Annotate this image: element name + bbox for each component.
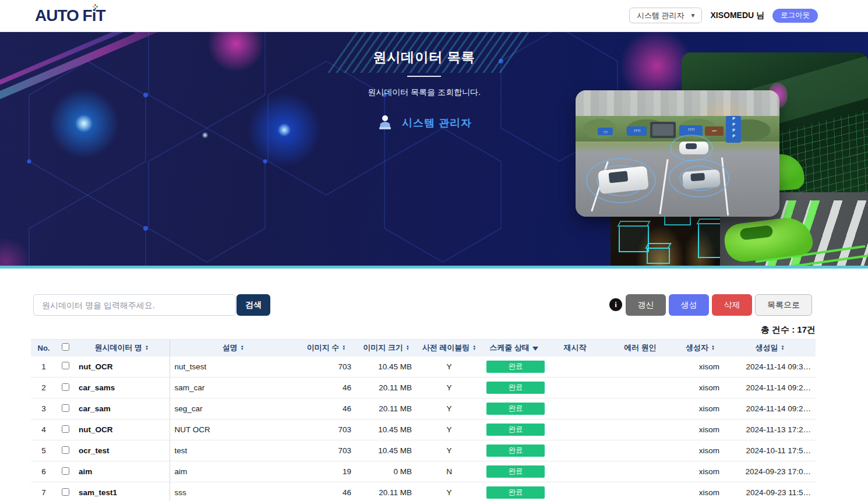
cell-created: 2024-09-23 11:5… <box>724 482 816 501</box>
column-header-prelabel[interactable]: 사전 레이블링▲▼ <box>417 340 482 357</box>
cell-no: 2 <box>31 377 57 398</box>
cell-error <box>604 419 676 440</box>
logout-button[interactable]: 로그아웃 <box>772 9 818 23</box>
hero-banner: ↑↑↑↑ ↑↑↑ ↑↑↑↑ ⌐⌐ PPPP 원시데이터 목록 원시데이터 목록을… <box>0 32 868 269</box>
row-checkbox[interactable] <box>62 488 69 496</box>
search-button[interactable]: 검색 <box>237 294 270 316</box>
cell-no: 5 <box>31 440 57 461</box>
table-row: 7sam_test1sss4620.11 MBY완료xisom2024-09-2… <box>31 482 816 501</box>
sort-icon[interactable]: ▲▼ <box>342 345 345 351</box>
cell-size: 10.45 MB <box>356 419 417 440</box>
cell-error <box>604 377 676 398</box>
cell-status: 완료 <box>482 482 546 501</box>
sort-icon[interactable]: ▲▼ <box>472 345 476 351</box>
create-button[interactable]: 생성 <box>669 294 709 316</box>
cell-error <box>604 461 676 482</box>
cell-desc: aim <box>170 461 297 482</box>
cell-name: aim <box>74 461 170 482</box>
sort-icon[interactable]: ▲▼ <box>241 345 244 351</box>
cell-desc: seg_car <box>170 398 297 419</box>
page-title: 원시데이터 목록 <box>324 48 524 66</box>
select-all-checkbox[interactable] <box>62 343 69 351</box>
cell-check <box>57 482 74 501</box>
cell-prelabel: Y <box>417 440 482 461</box>
column-header-created[interactable]: 생성일▲▼ <box>724 340 816 357</box>
column-label: 재시작 <box>564 343 587 353</box>
info-icon-button[interactable]: i <box>609 298 622 311</box>
status-badge: 완료 <box>486 424 545 436</box>
column-header-size[interactable]: 이미지 크기▲▼ <box>356 340 417 357</box>
table-row: 3car_samseg_car4620.11 MBY완료xisom2024-11… <box>31 398 816 419</box>
column-label: 생성일 <box>756 343 778 353</box>
column-header-desc[interactable]: 설명▲▼ <box>170 340 297 357</box>
raw-data-table: No.원시데이터 명▲▼설명▲▼이미지 수▲▼이미지 크기▲▼사전 레이블링▲▼… <box>31 339 816 501</box>
sort-icon[interactable]: ▲▼ <box>406 345 410 351</box>
column-header-no: No. <box>31 340 57 357</box>
cell-status: 완료 <box>482 398 546 419</box>
cell-no: 6 <box>31 461 57 482</box>
row-checkbox[interactable] <box>62 404 69 412</box>
column-header-creator[interactable]: 생성자▲▼ <box>676 340 724 357</box>
row-checkbox[interactable] <box>62 467 69 475</box>
row-checkbox[interactable] <box>62 383 69 391</box>
table-row: 2car_samssam_car4620.11 MBY완료xisom2024-1… <box>31 377 816 398</box>
row-checkbox[interactable] <box>62 446 69 454</box>
column-header-count[interactable]: 이미지 수▲▼ <box>297 340 356 357</box>
cell-no: 4 <box>31 419 57 440</box>
cell-status: 완료 <box>482 377 546 398</box>
column-label: 원시데이터 명 <box>94 343 142 353</box>
cell-status: 완료 <box>482 461 546 482</box>
column-label: 설명 <box>223 343 238 353</box>
page-subtitle: 원시데이터 목록을 조회합니다. <box>324 87 524 98</box>
row-checkbox[interactable] <box>62 425 69 433</box>
row-checkbox[interactable] <box>62 362 69 369</box>
refresh-button[interactable]: 갱신 <box>626 294 666 316</box>
cell-restart <box>546 440 604 461</box>
back-to-list-button[interactable]: 목록으로 <box>755 294 812 316</box>
column-header-restart: 재시작 <box>546 340 604 357</box>
column-header-check[interactable] <box>57 340 74 357</box>
sort-icon[interactable]: ▲▼ <box>711 345 715 351</box>
cell-created: 2024-11-14 09:2… <box>724 377 816 398</box>
filter-icon[interactable] <box>532 347 538 351</box>
cell-count: 703 <box>297 440 356 461</box>
table-row: 4nut_OCRNUT OCR70310.45 MBY완료xisom2024-1… <box>31 419 816 440</box>
cell-check <box>57 461 74 482</box>
collage-road-photo: ↑↑↑↑ ↑↑↑ ↑↑↑↑ ⌐⌐ PPPP <box>576 90 779 217</box>
column-header-name[interactable]: 원시데이터 명▲▼ <box>74 340 170 357</box>
column-label: 스케줄 상태 <box>489 343 530 353</box>
sort-icon[interactable]: ▲▼ <box>781 345 785 351</box>
cell-count: 703 <box>297 419 356 440</box>
app-logo[interactable]: AUTO FiT <box>35 6 105 25</box>
column-header-status[interactable]: 스케줄 상태 <box>482 340 546 357</box>
status-badge: 완료 <box>486 403 545 415</box>
cell-size: 10.45 MB <box>356 440 417 461</box>
cell-error <box>604 482 676 501</box>
delete-button[interactable]: 삭제 <box>712 294 752 316</box>
cell-restart <box>546 377 604 398</box>
status-badge: 완료 <box>486 465 545 478</box>
cell-creator: xisom <box>676 482 724 501</box>
role-select[interactable]: 시스템 관리자 ▼ <box>629 8 703 23</box>
table-row: 6aimaim190 MBN완료xisom2024-09-23 17:0… <box>31 461 816 482</box>
column-label: 사전 레이블링 <box>422 343 470 353</box>
cell-count: 46 <box>297 398 356 419</box>
cell-desc: NUT OCR <box>170 419 297 440</box>
cell-error <box>604 440 676 461</box>
cell-desc: sss <box>170 482 297 501</box>
status-badge: 완료 <box>486 444 545 457</box>
cell-created: 2024-11-14 09:3… <box>724 357 816 377</box>
hero-copy: 원시데이터 목록 원시데이터 목록을 조회합니다. 시스템 관리자 <box>324 48 524 134</box>
cell-restart <box>546 419 604 440</box>
cell-size: 20.11 MB <box>356 377 417 398</box>
cell-creator: xisom <box>676 357 724 377</box>
admin-badge: 시스템 관리자 <box>376 114 472 132</box>
sort-icon[interactable]: ▲▼ <box>145 345 149 351</box>
status-badge: 완료 <box>486 382 545 394</box>
cell-creator: xisom <box>676 419 724 440</box>
column-label: 이미지 크기 <box>363 343 403 353</box>
cell-error <box>604 357 676 377</box>
table-row: 1nut_OCRnut_tsest70310.45 MBY완료xisom2024… <box>31 357 816 377</box>
cell-name: car_sams <box>74 377 170 398</box>
search-input[interactable] <box>33 294 236 316</box>
